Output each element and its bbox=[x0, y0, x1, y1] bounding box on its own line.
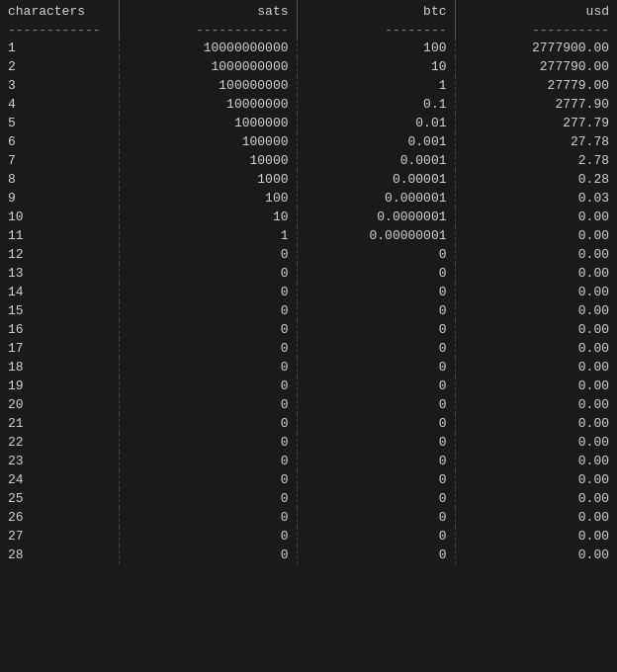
cell-btc-21: 0 bbox=[297, 433, 455, 452]
cell-sats-14: 0 bbox=[119, 301, 297, 320]
cell-sats-27: 0 bbox=[119, 546, 297, 564]
table-row: 20000.00 bbox=[0, 395, 617, 414]
cell-btc-10: 0.00000001 bbox=[297, 226, 455, 245]
col-header-usd: usd bbox=[455, 0, 617, 23]
cell-usd-15: 0.00 bbox=[455, 320, 617, 339]
cell-btc-14: 0 bbox=[297, 301, 455, 320]
cell-sats-21: 0 bbox=[119, 433, 297, 452]
cell-sats-5: 100000 bbox=[119, 132, 297, 151]
cell-usd-11: 0.00 bbox=[455, 245, 617, 264]
cell-usd-9: 0.00 bbox=[455, 208, 617, 226]
cell-usd-1: 277790.00 bbox=[455, 57, 617, 76]
cell-btc-8: 0.000001 bbox=[297, 189, 455, 208]
table-row: 810000.000010.28 bbox=[0, 170, 617, 189]
cell-usd-8: 0.03 bbox=[455, 189, 617, 208]
table-row: 17000.00 bbox=[0, 339, 617, 358]
cell-btc-27: 0 bbox=[297, 546, 455, 564]
col-divider-characters: ------------ bbox=[0, 23, 119, 39]
cell-characters-25: 26 bbox=[0, 508, 119, 527]
data-table: characterssatsbtcusd -------------------… bbox=[0, 0, 617, 564]
cell-usd-5: 27.78 bbox=[455, 132, 617, 151]
col-divider-usd: ---------- bbox=[455, 23, 617, 39]
table-body: 1100000000001002777900.00210000000001027… bbox=[0, 39, 617, 564]
cell-characters-10: 11 bbox=[0, 226, 119, 245]
cell-btc-7: 0.00001 bbox=[297, 170, 455, 189]
col-header-btc: btc bbox=[297, 0, 455, 23]
cell-sats-9: 10 bbox=[119, 208, 297, 226]
cell-usd-17: 0.00 bbox=[455, 358, 617, 377]
cell-characters-0: 1 bbox=[0, 39, 119, 57]
col-divider-btc: -------- bbox=[297, 23, 455, 39]
cell-characters-26: 27 bbox=[0, 527, 119, 546]
table-row: 1100000000001002777900.00 bbox=[0, 39, 617, 57]
cell-btc-25: 0 bbox=[297, 508, 455, 527]
table-row: 61000000.00127.78 bbox=[0, 132, 617, 151]
cell-sats-6: 10000 bbox=[119, 151, 297, 170]
table-row: 14000.00 bbox=[0, 283, 617, 301]
cell-sats-22: 0 bbox=[119, 452, 297, 470]
table-row: 1110.000000010.00 bbox=[0, 226, 617, 245]
cell-characters-18: 19 bbox=[0, 377, 119, 395]
cell-usd-13: 0.00 bbox=[455, 283, 617, 301]
col-header-sats: sats bbox=[119, 0, 297, 23]
cell-usd-18: 0.00 bbox=[455, 377, 617, 395]
cell-btc-19: 0 bbox=[297, 395, 455, 414]
cell-characters-6: 7 bbox=[0, 151, 119, 170]
table-row: 91000.0000010.03 bbox=[0, 189, 617, 208]
cell-usd-16: 0.00 bbox=[455, 339, 617, 358]
cell-characters-1: 2 bbox=[0, 57, 119, 76]
cell-characters-13: 14 bbox=[0, 283, 119, 301]
cell-usd-23: 0.00 bbox=[455, 470, 617, 489]
cell-btc-22: 0 bbox=[297, 452, 455, 470]
table-row: 28000.00 bbox=[0, 546, 617, 564]
cell-sats-4: 1000000 bbox=[119, 114, 297, 132]
table-row: 24000.00 bbox=[0, 470, 617, 489]
cell-characters-8: 9 bbox=[0, 189, 119, 208]
cell-sats-8: 100 bbox=[119, 189, 297, 208]
cell-characters-20: 21 bbox=[0, 414, 119, 433]
cell-characters-14: 15 bbox=[0, 301, 119, 320]
cell-btc-6: 0.0001 bbox=[297, 151, 455, 170]
cell-sats-24: 0 bbox=[119, 489, 297, 508]
table-row: 510000000.01277.79 bbox=[0, 114, 617, 132]
cell-sats-18: 0 bbox=[119, 377, 297, 395]
table-header-row: characterssatsbtcusd bbox=[0, 0, 617, 23]
cell-btc-12: 0 bbox=[297, 264, 455, 283]
cell-characters-11: 12 bbox=[0, 245, 119, 264]
col-divider-sats: ------------ bbox=[119, 23, 297, 39]
table-divider-row: ----------------------------------------… bbox=[0, 23, 617, 39]
cell-sats-13: 0 bbox=[119, 283, 297, 301]
table-row: 2100000000010277790.00 bbox=[0, 57, 617, 76]
cell-sats-7: 1000 bbox=[119, 170, 297, 189]
cell-sats-15: 0 bbox=[119, 320, 297, 339]
table-row: 26000.00 bbox=[0, 508, 617, 527]
cell-btc-0: 100 bbox=[297, 39, 455, 57]
cell-usd-26: 0.00 bbox=[455, 527, 617, 546]
table-row: 22000.00 bbox=[0, 433, 617, 452]
cell-characters-19: 20 bbox=[0, 395, 119, 414]
cell-characters-3: 4 bbox=[0, 95, 119, 114]
cell-btc-13: 0 bbox=[297, 283, 455, 301]
cell-characters-5: 6 bbox=[0, 132, 119, 151]
cell-usd-10: 0.00 bbox=[455, 226, 617, 245]
cell-btc-18: 0 bbox=[297, 377, 455, 395]
cell-usd-21: 0.00 bbox=[455, 433, 617, 452]
cell-characters-2: 3 bbox=[0, 76, 119, 95]
cell-sats-1: 1000000000 bbox=[119, 57, 297, 76]
table-row: 27000.00 bbox=[0, 527, 617, 546]
cell-usd-3: 2777.90 bbox=[455, 95, 617, 114]
cell-characters-9: 10 bbox=[0, 208, 119, 226]
cell-characters-22: 23 bbox=[0, 452, 119, 470]
cell-sats-10: 1 bbox=[119, 226, 297, 245]
cell-sats-3: 10000000 bbox=[119, 95, 297, 114]
cell-usd-24: 0.00 bbox=[455, 489, 617, 508]
cell-characters-12: 13 bbox=[0, 264, 119, 283]
cell-btc-26: 0 bbox=[297, 527, 455, 546]
table-row: 16000.00 bbox=[0, 320, 617, 339]
table-row: 10100.00000010.00 bbox=[0, 208, 617, 226]
cell-characters-23: 24 bbox=[0, 470, 119, 489]
cell-characters-16: 17 bbox=[0, 339, 119, 358]
cell-sats-25: 0 bbox=[119, 508, 297, 527]
table-row: 18000.00 bbox=[0, 358, 617, 377]
cell-usd-20: 0.00 bbox=[455, 414, 617, 433]
